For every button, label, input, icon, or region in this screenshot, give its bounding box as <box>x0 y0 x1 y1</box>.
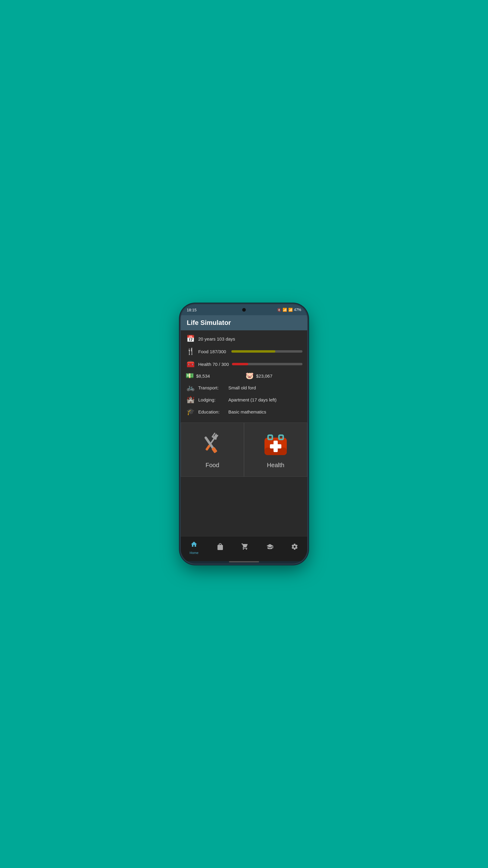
status-icons: 🔇 📶 📶 47% <box>277 308 301 312</box>
health-progress-fill <box>232 363 248 365</box>
age-text: 20 years 103 days <box>198 336 235 341</box>
transport-row: 🚲 Transport: Small old ford <box>186 383 302 393</box>
education-row: 🎓 Education: Basic mathematics <box>186 407 302 416</box>
bottom-nav: Home <box>181 536 307 561</box>
savings-text: $23,067 <box>256 373 272 378</box>
education-value: Basic mathematics <box>228 409 266 414</box>
education-nav-icon <box>266 543 273 552</box>
food-cell[interactable]: Food <box>181 423 244 477</box>
settings-icon <box>291 543 298 552</box>
cash-icon: 💵 <box>186 372 194 380</box>
health-cell[interactable]: Health <box>244 423 307 477</box>
nav-settings[interactable] <box>286 542 303 553</box>
food-cell-label: Food <box>205 462 219 469</box>
nav-home-label: Home <box>190 551 198 555</box>
lodging-icon: 🏰 <box>186 395 195 404</box>
phone-frame: 18:15 🔇 📶 📶 47% Life Simulator 📅 20 year… <box>181 304 307 564</box>
signal-icon: 📶 <box>288 308 293 312</box>
stats-area: 📅 20 years 103 days 🍴 Food 187/300 🧰 Hea… <box>181 330 307 423</box>
health-stat-text: Health 70 / 300 <box>198 362 229 367</box>
health-cell-label: Health <box>267 462 284 469</box>
education-icon: 🎓 <box>186 407 195 416</box>
nav-home[interactable]: Home <box>185 539 203 556</box>
svg-rect-11 <box>279 435 283 439</box>
battery-text: 47% <box>294 308 301 312</box>
app-header: Life Simulator <box>181 315 307 330</box>
food-row: 🍴 Food 187/300 <box>186 347 302 356</box>
money-row: 💵 $8,534 🐷 $23,067 <box>186 372 302 380</box>
age-row: 📅 20 years 103 days <box>186 334 302 344</box>
food-progress-container <box>231 350 302 352</box>
transport-icon: 🚲 <box>186 383 195 393</box>
empty-area <box>181 477 307 536</box>
svg-rect-13 <box>270 444 281 448</box>
wifi-icon: 📶 <box>283 308 287 312</box>
health-row: 🧰 Health 70 / 300 <box>186 359 302 369</box>
food-stat-text: Food 187/300 <box>198 349 228 354</box>
lodging-row: 🏰 Lodging: Apartment (17 days left) <box>186 395 302 404</box>
cash-container: 💵 $8,534 <box>186 372 242 380</box>
calendar-icon: 📅 <box>186 334 195 344</box>
svg-rect-10 <box>268 435 272 439</box>
health-svg <box>262 431 289 458</box>
education-label: Education: <box>198 409 225 414</box>
transport-label: Transport: <box>198 385 225 390</box>
food-svg <box>199 431 226 458</box>
lodging-value: Apartment (17 days left) <box>228 397 276 402</box>
food-progress-fill <box>231 350 275 352</box>
work-icon <box>216 543 224 552</box>
home-icon <box>190 541 198 550</box>
lodging-label: Lodging: <box>198 397 225 402</box>
food-stat-icon: 🍴 <box>186 347 195 356</box>
mute-icon: 🔇 <box>277 308 281 312</box>
status-bar: 18:15 🔇 📶 📶 47% <box>181 304 307 315</box>
shop-icon <box>241 543 249 552</box>
transport-value: Small old ford <box>228 385 256 390</box>
camera-notch <box>242 308 246 312</box>
grid-area: Food Health <box>181 423 307 477</box>
status-time: 18:15 <box>187 308 197 312</box>
app-title: Life Simulator <box>187 319 301 327</box>
health-stat-icon: 🧰 <box>186 359 195 369</box>
nav-work[interactable] <box>212 542 228 553</box>
savings-container: 🐷 $23,067 <box>246 372 302 380</box>
health-cell-icon <box>262 431 289 458</box>
health-progress-container <box>232 363 302 365</box>
piggy-icon: 🐷 <box>246 372 254 380</box>
nav-shop[interactable] <box>236 542 253 553</box>
bottom-line <box>229 561 259 562</box>
svg-rect-7 <box>205 444 210 451</box>
cash-text: $8,534 <box>196 373 210 378</box>
nav-education[interactable] <box>261 542 278 553</box>
food-cell-icon <box>199 431 226 458</box>
